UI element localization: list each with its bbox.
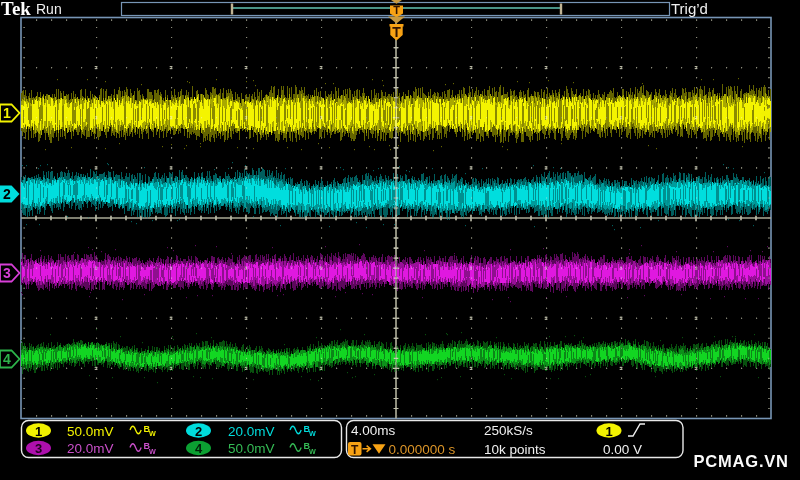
svg-text:3: 3 xyxy=(35,441,42,456)
svg-text:1: 1 xyxy=(605,424,612,439)
svg-text:2: 2 xyxy=(3,186,11,202)
svg-text:W: W xyxy=(149,447,156,456)
svg-text:0.00 V: 0.00 V xyxy=(603,442,642,457)
svg-text:4.00ms: 4.00ms xyxy=(351,423,396,438)
svg-text:W: W xyxy=(149,429,156,438)
svg-text:2: 2 xyxy=(195,424,202,439)
svg-text:0.000000 s: 0.000000 s xyxy=(389,442,456,457)
svg-text:T: T xyxy=(392,24,401,40)
svg-text:4: 4 xyxy=(3,351,11,367)
svg-text:10k points: 10k points xyxy=(484,442,546,457)
svg-text:1: 1 xyxy=(3,105,11,121)
svg-text:1: 1 xyxy=(35,424,42,439)
svg-text:250kS/s: 250kS/s xyxy=(484,423,533,438)
svg-text:W: W xyxy=(309,447,316,456)
svg-text:Run: Run xyxy=(36,1,62,17)
svg-text:50.0mV: 50.0mV xyxy=(228,441,275,456)
svg-text:T: T xyxy=(393,4,400,16)
svg-text:T: T xyxy=(351,443,359,457)
svg-text:Trig’d: Trig’d xyxy=(671,0,708,17)
svg-text:3: 3 xyxy=(3,265,11,281)
svg-text:50.0mV: 50.0mV xyxy=(67,424,114,439)
svg-text:W: W xyxy=(309,429,316,438)
svg-text:Tek: Tek xyxy=(1,0,31,19)
svg-text:PCMAG.VN: PCMAG.VN xyxy=(694,452,789,470)
svg-text:4: 4 xyxy=(195,441,203,456)
svg-text:20.0mV: 20.0mV xyxy=(228,424,275,439)
svg-text:20.0mV: 20.0mV xyxy=(67,441,114,456)
